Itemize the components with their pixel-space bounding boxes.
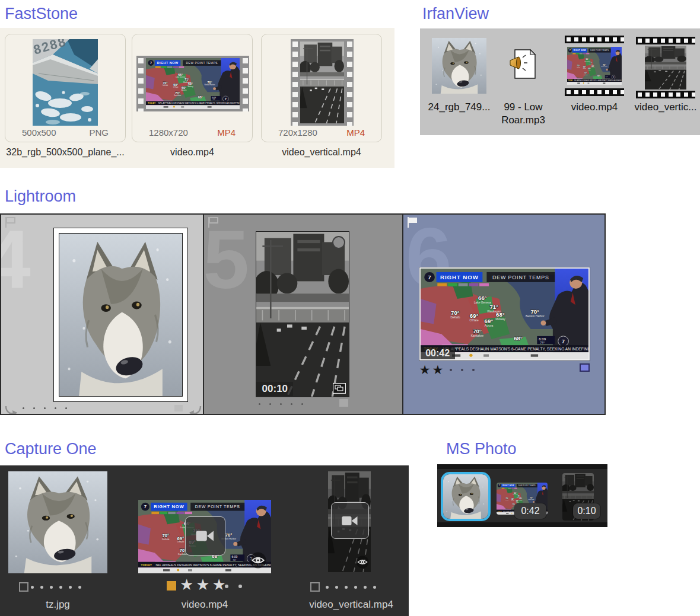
faststone-thumbnail-video-vertical[interactable]: 720x1280 MP4	[261, 34, 382, 142]
irfanview-title: IrfanView	[422, 5, 489, 23]
irfanview-thumbnail-video-vertical[interactable]	[636, 37, 695, 98]
dimensions-label: 1280x720	[149, 127, 188, 138]
eye-icon[interactable]	[250, 552, 266, 569]
filename-label: video_vertical.mp4	[261, 147, 382, 158]
lightroom-panel: 4 5 00:10 6 00:42 ★★	[0, 213, 606, 415]
faststone-thumbnail-video[interactable]: 1280x720 MP4	[132, 34, 253, 142]
rating-dots[interactable]	[31, 586, 88, 589]
irfanview-thumbnail-video[interactable]	[565, 36, 624, 96]
msphoto-thumbnail-wolf-selected[interactable]	[441, 472, 491, 521]
flag-icon[interactable]	[207, 216, 220, 228]
framed-photo	[53, 228, 188, 402]
video-camera-icon	[341, 513, 359, 528]
filename-label: video_vertic...	[629, 101, 700, 114]
filename-label: video.mp4	[560, 101, 629, 114]
irfanview-panel: 24_rgb_749... 99 - Low Roar.mp3 video.mp…	[420, 28, 700, 135]
audio-file-icon	[509, 49, 536, 79]
file-dimensions-row: 1280x720 MP4	[132, 127, 252, 138]
file-dimensions-row: 500x500 PNG	[5, 127, 125, 138]
eye-icon[interactable]	[356, 556, 369, 569]
filename-label: video.mp4	[132, 147, 253, 158]
dimensions-label: 500x500	[22, 127, 56, 138]
filename-label: 99 - Low Roar.mp3	[490, 101, 556, 127]
lightroom-cell-image[interactable]: 4	[1, 215, 203, 414]
lightroom-title: Lightroom	[5, 187, 76, 206]
irfanview-thumbnail-wolf[interactable]	[432, 38, 486, 94]
filename-label: video.mp4	[138, 599, 271, 611]
film-sprockets-left	[136, 56, 145, 111]
format-label: MP4	[217, 127, 236, 138]
filmstrip-edge-bottom	[437, 522, 607, 527]
film-sprockets-right	[345, 39, 354, 126]
rating-dots[interactable]	[326, 586, 383, 589]
dimensions-label: 720x1280	[278, 127, 317, 138]
color-tag-checkbox[interactable]	[310, 582, 320, 592]
rating-dots[interactable]	[450, 369, 483, 371]
weather-video-frame	[146, 58, 240, 109]
file-dimensions-row: 720x1280 MP4	[262, 127, 381, 138]
cell-index-numeral: 5	[204, 218, 249, 301]
captureone-thumbnail-video[interactable]	[138, 500, 271, 573]
highway-video-frame	[300, 42, 344, 123]
stack-icon[interactable]	[333, 383, 346, 394]
color-tag-checkbox[interactable]	[19, 582, 28, 592]
filename-label: tz.jpg	[8, 599, 107, 611]
weather-video-frame	[567, 47, 622, 85]
flag-icon[interactable]	[4, 216, 17, 228]
rating-dots[interactable]	[23, 407, 76, 409]
star-rating[interactable]: ★★★	[180, 577, 228, 592]
video-duration-overlay: 00:10	[256, 382, 293, 396]
flag-icon-filled[interactable]	[406, 216, 419, 228]
rotate-left-icon[interactable]	[4, 404, 19, 414]
format-label: PNG	[89, 127, 109, 138]
faststone-panel: 500x500 PNG 1280x720 MP4 720x1280 MP4 32…	[0, 28, 394, 168]
film-sprockets-right	[241, 56, 249, 111]
video-duration-overlay: 00:42	[421, 347, 455, 359]
film-strip-vertical	[291, 39, 354, 126]
lightroom-cell-video-vertical[interactable]: 5 00:10	[204, 215, 402, 414]
filename-label: 24_rgb_749...	[424, 101, 495, 114]
color-tag-orange[interactable]	[167, 581, 176, 591]
color-label-swatch-purple[interactable]	[580, 363, 590, 372]
film-strip-horizontal	[136, 56, 249, 111]
plane-image	[33, 39, 98, 126]
weather-video-thumb[interactable]	[419, 267, 590, 360]
film-strip-top	[565, 36, 624, 43]
rotate-right-icon[interactable]	[187, 404, 203, 414]
cell-index-numeral: 4	[1, 218, 31, 301]
lightroom-cell-video-selected[interactable]: 6 00:42 ★★	[403, 215, 604, 414]
faststone-thumbnail-plane[interactable]: 500x500 PNG	[5, 34, 126, 142]
faststone-title: FastStone	[5, 5, 78, 23]
star-rating[interactable]: ★★	[419, 363, 446, 376]
film-strip-top	[636, 37, 695, 44]
captureone-title: Capture One	[5, 440, 97, 458]
captureone-panel: ★★★ tz.jpg video.mp4 video_vertical.mp4	[0, 465, 409, 616]
msphoto-panel: 0:42 0:10	[437, 464, 607, 527]
rating-dots[interactable]	[259, 403, 312, 405]
msphoto-title: MS Photo	[446, 440, 517, 458]
captureone-thumbnail-wolf[interactable]	[8, 471, 107, 573]
highway-video-frame	[645, 46, 686, 90]
video-duration-badge: 0:42	[514, 503, 546, 519]
color-label-swatch[interactable]	[339, 399, 348, 407]
video-camera-overlay	[331, 502, 369, 539]
film-strip-bottom	[565, 88, 624, 96]
filename-label: 32b_rgb_500x500_plane_...	[5, 147, 126, 158]
color-label-swatch[interactable]	[174, 405, 183, 411]
wolf-image	[59, 233, 183, 397]
film-strip-bottom	[636, 91, 695, 98]
film-sprockets-left	[291, 39, 299, 126]
video-camera-overlay	[185, 516, 225, 556]
highway-video-thumb[interactable]	[256, 231, 349, 397]
irfanview-thumbnail-mp3[interactable]	[509, 49, 536, 79]
video-camera-icon	[195, 528, 215, 544]
captureone-thumbnail-video-vertical[interactable]	[328, 471, 371, 572]
filename-label: video_vertical.mp4	[300, 599, 402, 611]
filmstrip-edge-top	[437, 464, 607, 469]
rating-dots[interactable]	[225, 585, 249, 588]
format-label: MP4	[346, 127, 365, 138]
video-duration-badge: 0:10	[573, 503, 600, 519]
